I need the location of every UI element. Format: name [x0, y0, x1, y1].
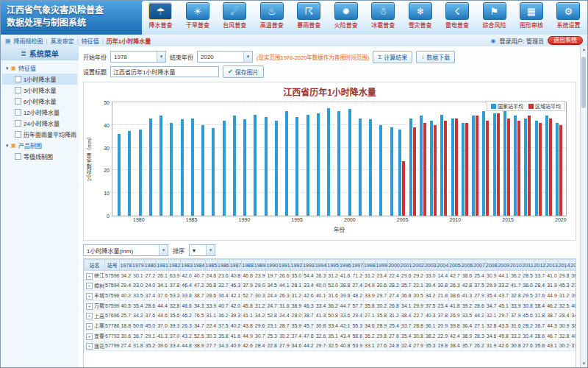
col-header-year[interactable]: 2012	[534, 260, 546, 271]
toolbar-item-storm-survey[interactable]: ☈暴雨普查	[290, 2, 327, 29]
col-header-year[interactable]: 1986	[218, 260, 230, 271]
calculate-button[interactable]: Σ 计算结果	[373, 51, 412, 63]
col-header-year[interactable]: 1984	[193, 260, 205, 271]
metric-select[interactable]: 1小时降水量(mm) ▾	[83, 244, 168, 256]
col-header-year[interactable]: 1995	[327, 260, 340, 271]
download-button[interactable]: ↓ 数据下载	[416, 51, 455, 63]
toolbar-item-snow-survey[interactable]: ❄雪灾普查	[402, 2, 439, 29]
col-header-year[interactable]: 1991	[278, 260, 290, 271]
row-expander-icon[interactable]: +	[86, 313, 93, 319]
toolbar-item-typhoon-survey[interactable]: ☄台风普查	[216, 2, 253, 29]
col-header-year[interactable]: 2004	[437, 260, 449, 271]
row-expander-icon[interactable]: +	[86, 343, 93, 350]
col-header-year[interactable]: 1980	[144, 260, 157, 271]
col-header-year[interactable]: 1979	[132, 260, 145, 271]
toolbar-item-precip-survey[interactable]: ☂降水普查	[142, 2, 179, 29]
col-header-year[interactable]: 1997	[351, 260, 364, 271]
station-name-cell[interactable]: +丰城	[85, 291, 105, 301]
value-cell: 57.7	[351, 300, 364, 311]
col-header-id[interactable]: 站号	[105, 260, 120, 271]
col-header-year[interactable]: 1998	[364, 260, 376, 271]
col-header-year[interactable]: 1993	[303, 260, 315, 271]
row-expander-icon[interactable]: +	[86, 303, 93, 310]
col-header-year[interactable]: 2011	[522, 260, 534, 271]
col-header-year[interactable]: 1996	[339, 260, 351, 271]
col-header-year[interactable]: 1982	[168, 260, 181, 271]
tree-item-precip-12h[interactable]: 12小时降水量	[2, 107, 77, 118]
col-header-year[interactable]: 1999	[376, 260, 388, 271]
tree-item-isoline-mapping[interactable]: 等值线制图	[2, 151, 77, 162]
row-expander-icon[interactable]: +	[86, 283, 93, 289]
toolbar-item-hail-survey[interactable]: ☃冰雹普查	[365, 2, 401, 29]
col-header-year[interactable]: 1987	[229, 260, 242, 271]
toolbar-item-heat-survey[interactable]: ♨高温普查	[254, 2, 290, 29]
col-header-year[interactable]: 2008	[485, 260, 498, 271]
tab-evap-review[interactable]: 蒸发审定	[51, 37, 74, 45]
folder-icon: ▣	[11, 65, 17, 71]
tree-item-precip-3h[interactable]: 3小时降水量	[2, 85, 77, 96]
scroll-down-icon[interactable]: ▼	[581, 361, 587, 367]
col-header-year[interactable]: 1994	[315, 260, 327, 271]
start-year-select[interactable]: 1978 ▾	[110, 51, 166, 63]
col-header-year[interactable]: 2005	[449, 260, 462, 271]
col-header-year[interactable]: 2014	[558, 260, 570, 271]
station-name-cell[interactable]: +樟树	[85, 280, 105, 291]
station-name-cell[interactable]: +上栗	[85, 321, 105, 331]
col-header-year[interactable]: 1989	[254, 260, 266, 271]
value-cell: 23.4	[437, 300, 449, 311]
col-header-year[interactable]: 2001	[400, 260, 412, 271]
tab-rain-freq-map[interactable]: 降雨频检图	[14, 37, 43, 45]
toolbar-item-lightning-survey[interactable]: ☇雷电普查	[439, 2, 476, 29]
chart-title-input[interactable]	[110, 66, 219, 77]
tree-item-precip-1h[interactable]: 1小时降水量	[2, 74, 77, 85]
scrollbar-thumb[interactable]	[581, 57, 586, 108]
col-header-year[interactable]: 2013	[546, 260, 559, 271]
col-header-year[interactable]: 1981	[157, 260, 169, 271]
col-header-year[interactable]: 2003	[424, 260, 437, 271]
col-header-year[interactable]: 2015	[570, 260, 576, 271]
toolbar-item-graphic-review[interactable]: ▦图形审核	[513, 2, 550, 29]
col-header-year[interactable]: 1983	[181, 260, 193, 271]
col-header-year[interactable]: 2009	[498, 260, 510, 271]
tree-group-feature-values[interactable]: ▾▣特征值	[2, 63, 77, 74]
row-expander-icon[interactable]: +	[86, 333, 93, 340]
row-expander-icon[interactable]: +	[86, 293, 93, 300]
end-year-select[interactable]: 2020 ▾	[197, 51, 253, 63]
scroll-up-icon[interactable]: ▲	[581, 46, 587, 53]
vertical-scrollbar[interactable]: ▲ ▼	[580, 46, 587, 367]
toolbar-item-system-settings[interactable]: ⚙系统设置	[550, 2, 587, 29]
station-name-cell[interactable]: +万载	[85, 300, 105, 311]
tab-hourly-precip-history[interactable]: 历年1小时降水量	[107, 37, 151, 45]
tree-item-areal-rain-avg[interactable]: 历年面雨量平均降雨	[2, 129, 77, 140]
col-header-year[interactable]: 1978	[120, 260, 132, 271]
col-header-year[interactable]: 2010	[509, 260, 522, 271]
col-header-year[interactable]: 1992	[290, 260, 303, 271]
value-cell: 30.9	[558, 321, 570, 331]
tab-feature-values[interactable]: 特征值	[82, 37, 99, 45]
col-header-year[interactable]: 2002	[412, 260, 425, 271]
tree-group-product-mapping[interactable]: ▾▣产品制图	[2, 140, 77, 151]
col-header-station[interactable]: 站名	[85, 260, 105, 271]
toolbar-item-drought-survey[interactable]: ☀干旱普查	[179, 2, 216, 29]
row-expander-icon[interactable]: +	[86, 323, 93, 330]
logout-button[interactable]: 退出系统	[548, 36, 583, 45]
station-name: 丰城	[94, 293, 104, 298]
row-expander-icon[interactable]: +	[86, 273, 93, 280]
save-image-button[interactable]: ✔ 保存图片	[223, 66, 264, 78]
station-name-cell[interactable]: +莲花	[85, 341, 105, 351]
toolbar-item-fire-survey[interactable]: ✹火险普查	[328, 2, 365, 29]
col-header-year[interactable]: 1985	[205, 260, 218, 271]
toolbar-item-combined-risk[interactable]: ⚑综合风险	[476, 2, 513, 29]
value-cell: 31.6	[327, 291, 340, 301]
col-header-year[interactable]: 2006	[461, 260, 473, 271]
col-header-year[interactable]: 1990	[266, 260, 279, 271]
station-name-cell[interactable]: +上高	[85, 311, 105, 321]
col-header-year[interactable]: 2007	[473, 260, 486, 271]
sort-select[interactable]: ▾ ▾	[189, 244, 215, 256]
tree-item-precip-6h[interactable]: 6小时降水量	[2, 96, 77, 107]
tree-item-precip-24h[interactable]: 24小时降水量	[2, 118, 77, 129]
station-name-cell[interactable]: +宜春	[85, 330, 105, 341]
station-name-cell[interactable]: +峡江	[85, 271, 105, 281]
col-header-year[interactable]: 2000	[388, 260, 401, 271]
col-header-year[interactable]: 1988	[242, 260, 254, 271]
